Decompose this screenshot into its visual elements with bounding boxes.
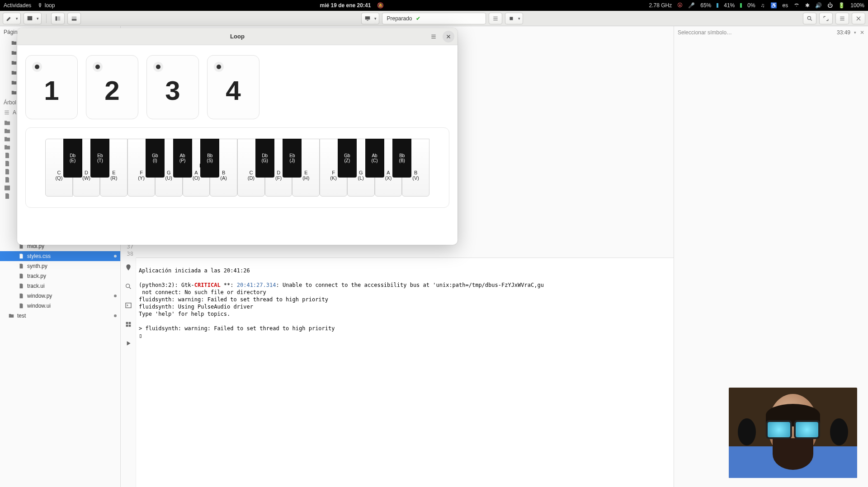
test-folder[interactable]: test: [0, 311, 120, 321]
key-hint-label: (I): [153, 158, 157, 163]
panel-left-button[interactable]: [51, 13, 65, 24]
track-card-2[interactable]: 2: [86, 55, 138, 119]
file-icon[interactable]: [4, 192, 11, 200]
stop-button[interactable]: [505, 13, 523, 24]
wifi-icon[interactable]: [793, 2, 800, 9]
loop-close-button[interactable]: [443, 31, 454, 42]
file-icon[interactable]: [4, 168, 11, 175]
loop-menu-button[interactable]: [428, 31, 439, 42]
close-icon: [855, 15, 862, 22]
key-hint-label: (G): [261, 158, 268, 163]
folder-icon[interactable]: [4, 136, 11, 143]
black-key-Eb[interactable]: Eb(T): [90, 139, 109, 178]
folder-icon: [11, 70, 17, 76]
track-card-1[interactable]: 1: [25, 55, 78, 119]
folder-icon[interactable]: [4, 119, 11, 126]
symbol-search-field[interactable]: Seleccionar símbolo…: [678, 29, 833, 36]
stop-icon: [508, 15, 514, 22]
black-key-Ab[interactable]: Ab(C): [365, 139, 384, 178]
file-item-window-ui[interactable]: window.ui: [0, 301, 120, 311]
volume-icon[interactable]: 🔊: [815, 2, 822, 9]
accessibility-icon[interactable]: ♿: [770, 2, 777, 9]
app-indicator[interactable]: 🎙 loop: [38, 2, 55, 9]
hamburger-button[interactable]: [835, 13, 849, 24]
power-icon[interactable]: ⏻: [827, 2, 833, 9]
record-button[interactable]: [93, 62, 103, 72]
track-card-4[interactable]: 4: [207, 55, 259, 119]
folder-icon[interactable]: [4, 144, 11, 151]
play-icon[interactable]: [125, 340, 132, 347]
file-icon[interactable]: [4, 176, 11, 183]
black-key-Eb[interactable]: Eb(J): [283, 139, 302, 178]
black-key-Bb[interactable]: Bb(S): [200, 139, 219, 178]
folder-icon[interactable]: [4, 127, 11, 135]
build-status-field[interactable]: Preparado ✔: [382, 13, 486, 24]
record-button[interactable]: [32, 62, 42, 72]
battery2-label: 41%: [724, 2, 735, 9]
activities-button[interactable]: Actividades: [4, 2, 31, 9]
note-label: B: [414, 170, 417, 175]
fullscreen-button[interactable]: [819, 13, 833, 24]
black-key-Ab[interactable]: Ab(P): [173, 139, 192, 178]
black-key-Db[interactable]: Db(E): [63, 139, 82, 178]
file-item-synth-py[interactable]: synth.py: [0, 261, 120, 271]
black-key-Gb[interactable]: Gb(Z): [338, 139, 357, 178]
terminal-icon[interactable]: [4, 184, 11, 192]
console-output[interactable]: Aplicación iniciada a las 20:41:26 (pyth…: [136, 258, 674, 487]
file-item-window-py[interactable]: window.py: [0, 291, 120, 301]
notifications-muted-icon[interactable]: 🔕: [377, 2, 384, 9]
mic-indicator-icon[interactable]: 🎤: [688, 2, 695, 9]
build-config-button[interactable]: [489, 13, 502, 24]
panel-bottom-button[interactable]: [67, 13, 81, 24]
recorder-icon[interactable]: ⦿: [677, 2, 683, 9]
battery-icon[interactable]: 🔋: [838, 2, 845, 9]
file-icon[interactable]: [4, 160, 11, 167]
record-button[interactable]: [214, 62, 224, 72]
ide-close-button[interactable]: [852, 13, 865, 24]
black-key-Gb[interactable]: Gb(I): [146, 139, 165, 178]
open-button[interactable]: [24, 13, 42, 24]
clock-label[interactable]: mié 19 de ene 20:41: [320, 2, 371, 9]
keyboard-layout-label[interactable]: es: [783, 2, 788, 9]
grid-icon[interactable]: [125, 321, 132, 328]
app-name-label: loop: [45, 2, 55, 9]
track-card-3[interactable]: 3: [146, 55, 199, 119]
key-hint-label: (E): [70, 158, 75, 163]
symbol-time-label: 33:49: [837, 29, 850, 36]
file-item-styles-css[interactable]: styles.css: [0, 251, 120, 261]
file-item-track-py[interactable]: track.py: [0, 271, 120, 281]
test-folder-label: test: [17, 313, 26, 319]
power-pct-label: 100%: [850, 2, 864, 9]
panel-close-button[interactable]: ✕: [860, 29, 864, 36]
console-cursor: ▯: [139, 332, 142, 339]
note-label: G: [359, 170, 363, 175]
note-label: C: [57, 170, 61, 175]
piano-keyboard[interactable]: C(Q)D(W)E(R)F(Y)G(U)A(O)B(A)C(D)D(F)E(H)…: [45, 139, 429, 197]
music-icon[interactable]: ♫: [761, 2, 765, 9]
cpu-graph-1: [717, 3, 718, 8]
location-icon[interactable]: [125, 264, 132, 271]
record-button[interactable]: [153, 62, 163, 72]
terminal-icon[interactable]: [125, 302, 132, 309]
note-label: A: [194, 170, 198, 175]
file-item-track-ui[interactable]: track.ui: [0, 281, 120, 291]
note-label: Ab: [179, 153, 185, 158]
note-label: C: [249, 170, 253, 175]
sliders-icon: [492, 15, 499, 22]
modified-dot-icon: [114, 295, 117, 297]
file-icon[interactable]: [4, 152, 11, 159]
top-menubar: Actividades 🎙 loop mié 19 de ene 20:41 🔕…: [0, 0, 868, 11]
loop-titlebar[interactable]: Loop: [17, 28, 458, 45]
device-select-button[interactable]: [361, 13, 379, 24]
key-hint-label: (W): [82, 175, 90, 181]
hamburger-icon: [430, 33, 437, 40]
note-label: E: [304, 170, 307, 175]
search-button[interactable]: [803, 13, 816, 24]
chevron-down-icon[interactable]: ▾: [854, 30, 856, 35]
key-hint-label: (S): [207, 158, 213, 163]
search-icon[interactable]: [125, 283, 132, 290]
black-key-Db[interactable]: Db(G): [255, 139, 274, 178]
black-key-Bb[interactable]: Bb(B): [392, 139, 411, 178]
bluetooth-icon[interactable]: ✱: [805, 2, 810, 9]
new-file-button[interactable]: [3, 13, 21, 24]
